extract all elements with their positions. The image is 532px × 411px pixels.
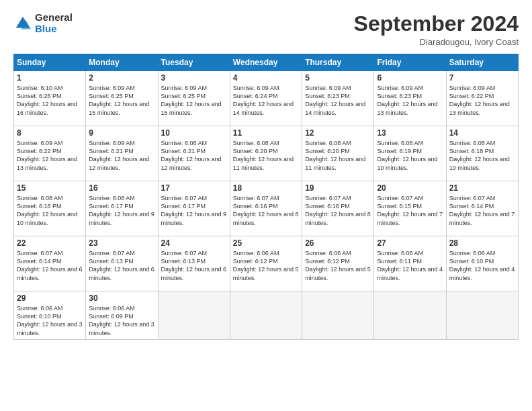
table-row: 5 Sunrise: 6:09 AM Sunset: 6:23 PM Dayli… [302, 71, 374, 126]
day-number: 15 [17, 183, 83, 193]
day-info: Sunrise: 6:07 AM Sunset: 6:16 PM Dayligh… [233, 194, 299, 227]
day-info: Sunrise: 6:09 AM Sunset: 6:24 PM Dayligh… [233, 84, 299, 117]
day-info: Sunrise: 6:07 AM Sunset: 6:15 PM Dayligh… [377, 194, 443, 227]
day-info: Sunrise: 6:08 AM Sunset: 6:21 PM Dayligh… [161, 139, 227, 172]
day-number: 14 [449, 128, 515, 138]
day-info: Sunrise: 6:07 AM Sunset: 6:13 PM Dayligh… [161, 249, 227, 282]
table-row: 28 Sunrise: 6:06 AM Sunset: 6:10 PM Dayl… [446, 236, 518, 291]
table-row: 15 Sunrise: 6:08 AM Sunset: 6:18 PM Dayl… [14, 181, 86, 236]
table-row: 4 Sunrise: 6:09 AM Sunset: 6:24 PM Dayli… [230, 71, 302, 126]
table-row: 6 Sunrise: 6:09 AM Sunset: 6:23 PM Dayli… [374, 71, 446, 126]
table-row [446, 291, 518, 340]
day-info: Sunrise: 6:07 AM Sunset: 6:16 PM Dayligh… [305, 194, 371, 227]
calendar-week-row: 15 Sunrise: 6:08 AM Sunset: 6:18 PM Dayl… [14, 181, 519, 236]
col-monday: Monday [86, 54, 158, 71]
day-number: 20 [377, 183, 443, 193]
day-info: Sunrise: 6:09 AM Sunset: 6:22 PM Dayligh… [17, 139, 83, 172]
day-number: 28 [449, 238, 515, 248]
logo-general: General [35, 12, 73, 24]
day-info: Sunrise: 6:08 AM Sunset: 6:18 PM Dayligh… [449, 139, 515, 172]
calendar-week-row: 22 Sunrise: 6:07 AM Sunset: 6:14 PM Dayl… [14, 236, 519, 291]
calendar-week-row: 8 Sunrise: 6:09 AM Sunset: 6:22 PM Dayli… [14, 126, 519, 181]
table-row: 11 Sunrise: 6:08 AM Sunset: 6:20 PM Dayl… [230, 126, 302, 181]
day-number: 27 [377, 238, 443, 248]
calendar-header-row: Sunday Monday Tuesday Wednesday Thursday… [14, 54, 519, 71]
logo-blue: Blue [35, 24, 73, 35]
table-row: 10 Sunrise: 6:08 AM Sunset: 6:21 PM Dayl… [158, 126, 230, 181]
table-row: 26 Sunrise: 6:06 AM Sunset: 6:12 PM Dayl… [302, 236, 374, 291]
col-friday: Friday [374, 54, 446, 71]
day-info: Sunrise: 6:06 AM Sunset: 6:09 PM Dayligh… [89, 304, 154, 337]
day-number: 22 [17, 238, 83, 248]
day-number: 1 [17, 73, 83, 83]
table-row: 30 Sunrise: 6:06 AM Sunset: 6:09 PM Dayl… [86, 291, 158, 340]
table-row [230, 291, 302, 340]
table-row: 7 Sunrise: 6:09 AM Sunset: 6:22 PM Dayli… [446, 71, 518, 126]
day-number: 18 [233, 183, 299, 193]
day-number: 23 [89, 238, 154, 248]
day-number: 12 [305, 128, 371, 138]
day-info: Sunrise: 6:08 AM Sunset: 6:18 PM Dayligh… [17, 194, 83, 227]
day-info: Sunrise: 6:07 AM Sunset: 6:13 PM Dayligh… [89, 249, 154, 282]
table-row: 20 Sunrise: 6:07 AM Sunset: 6:15 PM Dayl… [374, 181, 446, 236]
table-row: 25 Sunrise: 6:06 AM Sunset: 6:12 PM Dayl… [230, 236, 302, 291]
table-row: 27 Sunrise: 6:06 AM Sunset: 6:11 PM Dayl… [374, 236, 446, 291]
header: General Blue September 2024 Diaradougou,… [13, 12, 519, 47]
table-row: 8 Sunrise: 6:09 AM Sunset: 6:22 PM Dayli… [14, 126, 86, 181]
col-saturday: Saturday [446, 54, 518, 71]
day-info: Sunrise: 6:06 AM Sunset: 6:10 PM Dayligh… [449, 249, 515, 282]
logo: General Blue [13, 12, 73, 34]
table-row [302, 291, 374, 340]
title-block: September 2024 Diaradougou, Ivory Coast [354, 12, 519, 47]
day-info: Sunrise: 6:08 AM Sunset: 6:19 PM Dayligh… [377, 139, 443, 172]
day-number: 17 [161, 183, 227, 193]
day-info: Sunrise: 6:06 AM Sunset: 6:12 PM Dayligh… [233, 249, 299, 282]
calendar-week-row: 1 Sunrise: 6:10 AM Sunset: 6:26 PM Dayli… [14, 71, 519, 126]
day-number: 2 [89, 73, 154, 83]
col-sunday: Sunday [14, 54, 86, 71]
col-tuesday: Tuesday [158, 54, 230, 71]
table-row: 18 Sunrise: 6:07 AM Sunset: 6:16 PM Dayl… [230, 181, 302, 236]
day-info: Sunrise: 6:06 AM Sunset: 6:10 PM Dayligh… [17, 304, 83, 337]
day-number: 25 [233, 238, 299, 248]
logo-icon [13, 14, 32, 33]
table-row [374, 291, 446, 340]
day-info: Sunrise: 6:08 AM Sunset: 6:17 PM Dayligh… [89, 194, 154, 227]
table-row [158, 291, 230, 340]
day-info: Sunrise: 6:09 AM Sunset: 6:21 PM Dayligh… [89, 139, 154, 172]
table-row: 17 Sunrise: 6:07 AM Sunset: 6:17 PM Dayl… [158, 181, 230, 236]
day-number: 21 [449, 183, 515, 193]
day-number: 16 [89, 183, 154, 193]
day-number: 11 [233, 128, 299, 138]
day-info: Sunrise: 6:08 AM Sunset: 6:20 PM Dayligh… [305, 139, 371, 172]
table-row: 24 Sunrise: 6:07 AM Sunset: 6:13 PM Dayl… [158, 236, 230, 291]
table-row: 2 Sunrise: 6:09 AM Sunset: 6:25 PM Dayli… [86, 71, 158, 126]
table-row: 22 Sunrise: 6:07 AM Sunset: 6:14 PM Dayl… [14, 236, 86, 291]
day-number: 4 [233, 73, 299, 83]
calendar-table: Sunday Monday Tuesday Wednesday Thursday… [13, 54, 519, 340]
day-info: Sunrise: 6:07 AM Sunset: 6:14 PM Dayligh… [17, 249, 83, 282]
day-number: 3 [161, 73, 227, 83]
table-row: 21 Sunrise: 6:07 AM Sunset: 6:14 PM Dayl… [446, 181, 518, 236]
day-info: Sunrise: 6:06 AM Sunset: 6:11 PM Dayligh… [377, 249, 443, 282]
table-row: 29 Sunrise: 6:06 AM Sunset: 6:10 PM Dayl… [14, 291, 86, 340]
day-info: Sunrise: 6:08 AM Sunset: 6:20 PM Dayligh… [233, 139, 299, 172]
day-number: 6 [377, 73, 443, 83]
day-number: 8 [17, 128, 83, 138]
col-thursday: Thursday [302, 54, 374, 71]
table-row: 16 Sunrise: 6:08 AM Sunset: 6:17 PM Dayl… [86, 181, 158, 236]
location-subtitle: Diaradougou, Ivory Coast [354, 37, 519, 47]
day-info: Sunrise: 6:09 AM Sunset: 6:23 PM Dayligh… [377, 84, 443, 117]
day-info: Sunrise: 6:07 AM Sunset: 6:14 PM Dayligh… [449, 194, 515, 227]
table-row: 19 Sunrise: 6:07 AM Sunset: 6:16 PM Dayl… [302, 181, 374, 236]
day-info: Sunrise: 6:10 AM Sunset: 6:26 PM Dayligh… [17, 84, 83, 117]
day-number: 30 [89, 293, 154, 303]
day-info: Sunrise: 6:09 AM Sunset: 6:23 PM Dayligh… [305, 84, 371, 117]
table-row: 23 Sunrise: 6:07 AM Sunset: 6:13 PM Dayl… [86, 236, 158, 291]
day-number: 29 [17, 293, 83, 303]
day-number: 26 [305, 238, 371, 248]
table-row: 14 Sunrise: 6:08 AM Sunset: 6:18 PM Dayl… [446, 126, 518, 181]
day-number: 9 [89, 128, 154, 138]
table-row: 12 Sunrise: 6:08 AM Sunset: 6:20 PM Dayl… [302, 126, 374, 181]
day-number: 7 [449, 73, 515, 83]
